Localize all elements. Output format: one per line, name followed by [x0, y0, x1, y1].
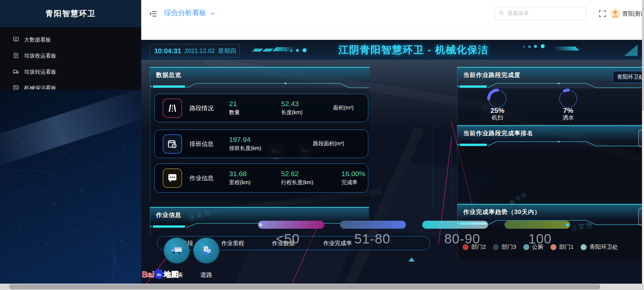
horizontal-scrollbar-thumb[interactable]: [9, 284, 600, 289]
chevron-down-icon: [210, 9, 215, 17]
baidu-map-logo[interactable]: Bai du 地图: [142, 270, 179, 280]
sidebar-item-label: 垃圾收运看板: [24, 53, 56, 60]
trend-legend: 部门2 部门3 公厕 部门1 青阳环卫处: [463, 243, 640, 251]
baidu-logo-text: Bai: [142, 270, 154, 279]
search-icon: [499, 10, 504, 17]
gauge-label: 机扫: [481, 114, 514, 122]
sidebar-collapse-button[interactable]: [149, 9, 158, 18]
sidebar-item-transfer[interactable]: 垃圾转运看板: [0, 64, 141, 80]
topbar: 综合分析看板 青阳测试: [141, 0, 642, 27]
card-road-status: 路段情况 21数量 52.43长度(km) 面积(m²): [154, 94, 368, 122]
stat-completion: 16.00%完成率: [341, 170, 393, 186]
roads-label: 道路: [193, 271, 220, 279]
app-title: 青阳智慧环卫: [46, 8, 96, 19]
truck-icon: [170, 243, 184, 258]
sidebar-item-label: 大数据看板: [24, 37, 51, 44]
card-work-info: 作业信息 31.68里程(km) 52.62行程长度(km) 16.00%完成率: [154, 163, 368, 193]
stat-schedule-length: 197.94排班长度(km): [229, 136, 313, 152]
legend-pill-lt50: [258, 221, 324, 229]
panel-title: 作业信息: [156, 211, 181, 219]
legend-item-dept3[interactable]: 部门3: [493, 243, 516, 251]
map-header-band: 10:04:31 2021.12.02 星期四 江阴青阳智慧环卫 - 机械化保洁: [141, 40, 642, 60]
card-label: 作业信息: [190, 174, 229, 182]
legend-dot: [581, 244, 587, 250]
vertical-scrollbar: [642, 0, 644, 284]
gauge-sweeping: 25% 机扫: [481, 87, 514, 122]
panel-title: 数据总览: [156, 71, 181, 79]
sidebar-decor-visual: [0, 89, 141, 284]
stat-trip-length: 52.62行程长度(km): [281, 170, 341, 186]
legend-pill-100: [504, 221, 570, 229]
smart-sanitation-app: 青阳智慧环卫 大数据看板 垃圾收运看板 垃圾转运看板 机械保洁看板: [0, 0, 644, 290]
sidebar: 青阳智慧环卫 大数据看板 垃圾收运看板 垃圾转运看板 机械保洁看板: [0, 0, 141, 284]
schedule-icon: [163, 134, 182, 154]
legend-dot: [523, 244, 529, 250]
legend-range-label: 51-80: [345, 231, 399, 246]
panel-title: 当前作业路段完成率排名: [463, 129, 533, 137]
map-triangle-marker[interactable]: [409, 258, 415, 262]
stat-count: 21数量: [229, 100, 281, 116]
vehicles-toggle-button[interactable]: [164, 238, 190, 263]
legend-range-label: <50: [268, 231, 308, 246]
username-label[interactable]: 青阳测试: [622, 9, 642, 18]
gauge-label: 洒水: [552, 114, 584, 122]
sidebar-item-collection[interactable]: 垃圾收运看板: [0, 48, 141, 64]
fullscreen-icon[interactable]: [598, 10, 606, 18]
chat-icon: [163, 168, 182, 188]
legend-pill-80-90: [422, 221, 488, 229]
board-title-label: 综合分析看板: [164, 8, 206, 17]
legend-dot: [463, 244, 469, 250]
clock-widget: 10:04:31 2021.12.02 星期四: [150, 44, 240, 58]
map-canvas[interactable]: 张家港 张家港 青霄路 10:04:31 2021.12.02 星期四 江阴青阳…: [141, 40, 642, 284]
legend-dot: [493, 244, 499, 250]
department-select[interactable]: 青阳环卫处: [613, 71, 642, 83]
trend-filter-select[interactable]: [638, 208, 642, 225]
panel-title: 作业完成率趋势（30天内）: [463, 208, 541, 216]
board-title-dropdown[interactable]: 综合分析看板: [164, 8, 215, 17]
stat-road-area: 路段面积(m²): [313, 136, 380, 152]
gauge-watering: 7% 洒水: [552, 87, 584, 122]
transfer-truck-icon: [13, 68, 19, 76]
clipboard-icon: [13, 52, 19, 60]
date-value: 2021.12.02: [184, 48, 215, 55]
menu-search-box: [494, 7, 586, 20]
time-value: 10:04:31: [154, 47, 181, 55]
dashboard-icon: [13, 36, 19, 44]
panel-decoration: [457, 141, 642, 147]
ranking-filter-select[interactable]: [638, 130, 642, 147]
road-icon: [199, 243, 213, 258]
card-label: 路段情况: [190, 104, 229, 112]
sidebar-item-label: 垃圾转运看板: [24, 69, 56, 76]
baidu-paw-icon: du: [155, 270, 163, 279]
baidu-map-text: 地图: [164, 270, 179, 280]
card-label: 排班信息: [190, 140, 229, 148]
panel-completion-ranking: 当前作业路段完成率排名: [457, 125, 642, 202]
sidebar-item-bigdata[interactable]: 大数据看板: [0, 32, 141, 48]
tab-work-mileage[interactable]: 作业里程: [221, 239, 244, 247]
search-input[interactable]: [507, 10, 575, 17]
dashboard-main-title: 江阴青阳智慧环卫 - 机械化保洁: [285, 43, 542, 57]
horizontal-scrollbar: [0, 284, 644, 290]
legend-pill-51-80: [340, 221, 406, 229]
legend-item-toilet[interactable]: 公厕: [523, 243, 543, 251]
stat-mileage: 31.68里程(km): [229, 170, 281, 186]
weekday-value: 星期四: [218, 47, 236, 55]
stat-length: 52.43长度(km): [281, 100, 333, 116]
card-schedule-info: 排班信息 197.94排班长度(km) 路段面积(m²): [154, 130, 368, 158]
roads-toggle-button[interactable]: [194, 238, 219, 263]
sidebar-header: 青阳智慧环卫: [0, 0, 141, 27]
legend-item-qingyang-office[interactable]: 青阳环卫处: [581, 243, 618, 251]
vertical-scrollbar-thumb[interactable]: [642, 0, 644, 111]
legend-item-dept2[interactable]: 部门2: [463, 243, 486, 251]
legend-item-dept1[interactable]: 部门1: [550, 243, 574, 251]
panel-decoration: [150, 82, 370, 88]
topbar-spacer: [141, 27, 642, 40]
sidebar-menu: 大数据看板 垃圾收运看板 垃圾转运看板 机械保洁看板: [0, 27, 141, 89]
user-avatar[interactable]: [610, 8, 620, 18]
stat-area: 面积(m²): [333, 100, 385, 116]
panel-title: 当前作业路段完成度: [463, 71, 521, 79]
legend-dot: [550, 244, 556, 250]
road-icon: [163, 98, 182, 118]
